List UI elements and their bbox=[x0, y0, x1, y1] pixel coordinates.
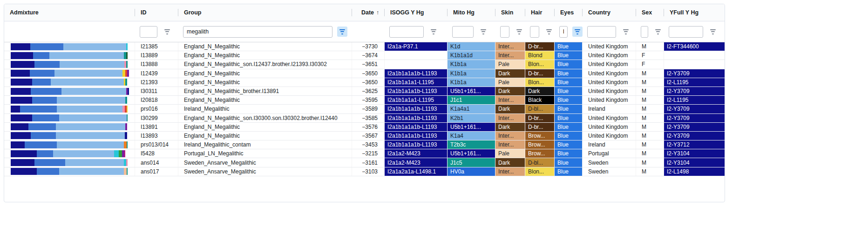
table-row[interactable]: I12439England_N_Megalithic−3650I2a1b1a1a… bbox=[4, 69, 725, 78]
hair-chip: Dark bbox=[525, 87, 554, 95]
table-row[interactable]: ans014Sweden_Ansarve_Megalithic−3161I2a1… bbox=[4, 158, 725, 167]
filter-funnel-line bbox=[656, 31, 660, 32]
admixture-bar bbox=[11, 52, 129, 59]
cell-mito: U5b1+161... bbox=[448, 123, 495, 131]
admixture-segment bbox=[65, 159, 124, 166]
filter-input-eyes[interactable] bbox=[559, 26, 568, 38]
yfull-chip: I2-Y3712 bbox=[664, 140, 725, 149]
filter-cell-yfull bbox=[664, 26, 725, 38]
table-row[interactable]: I20818England_N_Megalithic−3595I2a1b1a1a… bbox=[4, 96, 725, 105]
skin-chip: Inter... bbox=[495, 42, 525, 51]
filter-input-sex[interactable] bbox=[641, 26, 648, 38]
filter-input-skin[interactable] bbox=[500, 26, 509, 38]
table-row[interactable]: I13888England_N_Megalithic_son.I12437.br… bbox=[4, 60, 725, 69]
column-header-group[interactable]: Group bbox=[178, 4, 352, 21]
isogg-chip: I2a1b1a1a1-L1195 bbox=[385, 96, 447, 104]
column-header-admixture[interactable]: Admixture bbox=[4, 4, 135, 21]
filter-funnel-line bbox=[517, 31, 521, 32]
cell-sex: M bbox=[636, 78, 664, 87]
table-row[interactable]: prs013/014Ireland_Megalithic_contam−3453… bbox=[4, 140, 725, 149]
admixture-bar bbox=[11, 141, 129, 148]
cell-admixture bbox=[4, 96, 135, 104]
table-row[interactable]: I13889England_N_Megalithic−3674K1b1a1dIn… bbox=[4, 51, 725, 60]
cell-id: I13891 bbox=[135, 123, 178, 131]
table-row[interactable]: I5428Portugal_LN_Megalithic−3215I2a1a2-M… bbox=[4, 149, 725, 158]
admixture-segment bbox=[25, 141, 57, 148]
skin-chip: Dark bbox=[495, 69, 525, 78]
table-row[interactable]: ans017Sweden_Ansarve_Megalithic−3103I2a1… bbox=[4, 167, 725, 176]
filter-menu-icon-hair[interactable] bbox=[544, 27, 554, 37]
eyes-chip: Blue bbox=[555, 123, 582, 131]
admixture-bar bbox=[11, 159, 129, 166]
table-row[interactable]: I21393England_N_Megalithic−3650I2a1b1a1a… bbox=[4, 78, 725, 87]
filter-menu-icon-skin[interactable] bbox=[514, 27, 524, 37]
filter-menu-icon-mito[interactable] bbox=[478, 27, 488, 37]
table-row[interactable]: I13893England_N_Megalithic−3567I2a1b1a1a… bbox=[4, 132, 725, 140]
cell-sex: M bbox=[636, 105, 664, 113]
table-row[interactable]: I13891England_N_Megalithic−3576I2a1b1a1a… bbox=[4, 123, 725, 132]
column-header-id[interactable]: ID bbox=[135, 4, 178, 21]
admixture-segment bbox=[34, 159, 65, 166]
admixture-segment bbox=[128, 88, 129, 95]
cell-eyes: Blue bbox=[555, 132, 583, 140]
filter-menu-icon-country[interactable] bbox=[621, 27, 631, 37]
filter-input-hair[interactable] bbox=[530, 26, 539, 38]
eyes-chip: Blue bbox=[555, 114, 582, 122]
cell-admixture bbox=[4, 69, 135, 78]
cell-date: −3161 bbox=[352, 158, 385, 167]
filter-menu-icon-yfull[interactable] bbox=[708, 27, 718, 37]
filter-input-isogg[interactable] bbox=[389, 26, 424, 38]
cell-hair: Dark bbox=[525, 87, 555, 95]
isogg-chip: I2a1b1a1a1b-L1193 bbox=[385, 132, 447, 140]
skin-chip: Inter... bbox=[495, 114, 525, 122]
column-header-isogg[interactable]: ISOGG Y Hg bbox=[385, 4, 448, 21]
filter-menu-icon-sex[interactable] bbox=[653, 27, 663, 37]
table-row[interactable]: I30311England_N_Megalithic_brother.I1389… bbox=[4, 87, 725, 96]
filter-funnel-line bbox=[481, 31, 485, 32]
column-header-eyes[interactable]: Eyes bbox=[555, 4, 583, 21]
table-row[interactable]: I21385England_N_Megalithic−3730I2a1a-P37… bbox=[4, 42, 725, 51]
isogg-chip: I2a1b1a1a1b-L1193 bbox=[385, 69, 447, 78]
mito-chip: HV0a bbox=[448, 167, 495, 176]
filter-input-yfull[interactable] bbox=[669, 26, 703, 38]
filter-funnel-line bbox=[341, 33, 343, 34]
hair-chip: Brow... bbox=[525, 132, 554, 140]
column-header-date[interactable]: Date↑ bbox=[352, 4, 385, 21]
filter-cell-eyes bbox=[555, 26, 583, 38]
filter-menu-icon-id[interactable] bbox=[162, 27, 172, 37]
admixture-segment bbox=[30, 43, 63, 50]
yfull-chip: I2-Y3709 bbox=[664, 114, 725, 122]
column-header-yfull[interactable]: YFull Y Hg bbox=[664, 4, 725, 21]
column-label: Country bbox=[588, 9, 610, 16]
filter-menu-icon-isogg[interactable] bbox=[428, 27, 439, 37]
cell-isogg: I2a1b1a1a1b-L1193 bbox=[385, 132, 448, 140]
table-row[interactable]: I30299England_N_Megalithic_son.I30300.so… bbox=[4, 114, 725, 123]
filter-row bbox=[4, 21, 725, 42]
filter-funnel-line bbox=[433, 33, 434, 34]
filter-menu-icon-eyes[interactable] bbox=[572, 27, 583, 37]
admixture-bar bbox=[11, 70, 129, 77]
cell-skin: Inter... bbox=[495, 51, 525, 60]
cell-date: −3567 bbox=[352, 132, 385, 140]
admixture-segment bbox=[60, 61, 124, 68]
cell-group: England_N_Megalithic bbox=[178, 123, 352, 131]
column-header-sex[interactable]: Sex bbox=[636, 4, 664, 21]
table-row[interactable]: prs016Ireland_Megalithic−3589I2a1b1a1a1b… bbox=[4, 105, 725, 113]
filter-input-id[interactable] bbox=[140, 26, 157, 38]
yfull-chip: I2-L1498 bbox=[664, 167, 725, 176]
column-header-hair[interactable]: Hair bbox=[525, 4, 555, 21]
filter-input-mito[interactable] bbox=[452, 26, 474, 38]
skin-chip: Pale bbox=[495, 60, 525, 68]
column-header-skin[interactable]: Skin bbox=[495, 4, 525, 21]
filter-input-group[interactable] bbox=[183, 26, 332, 38]
cell-date: −3576 bbox=[352, 123, 385, 131]
skin-chip: Pale bbox=[495, 78, 525, 87]
column-label: Sex bbox=[642, 9, 652, 16]
filter-menu-icon-group[interactable] bbox=[337, 27, 347, 37]
filter-funnel-line bbox=[340, 31, 344, 32]
cell-mito: K1b1a bbox=[448, 69, 495, 78]
cell-sex: M bbox=[636, 132, 664, 140]
column-header-mito[interactable]: Mito Hg bbox=[448, 4, 495, 21]
column-header-country[interactable]: Country bbox=[583, 4, 636, 21]
filter-input-country[interactable] bbox=[587, 26, 616, 38]
